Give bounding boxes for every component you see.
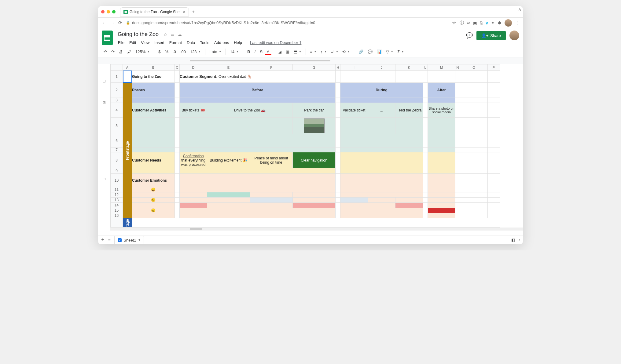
currency-button[interactable]: $ (156, 48, 162, 55)
cell-act-dots[interactable]: ... (368, 103, 395, 118)
fill-color-button[interactable]: ◢ (277, 48, 283, 55)
emotion-bar-red[interactable] (428, 208, 455, 213)
cell-need-excite[interactable]: Building excitement 🎉 (207, 152, 250, 168)
strike-button[interactable]: S (258, 48, 264, 55)
back-button[interactable]: ← (102, 20, 106, 25)
rotate-button[interactable]: ⟲ (340, 48, 351, 55)
cell-needs-label[interactable]: Customer Needs (132, 152, 175, 168)
star-bookmark-icon[interactable]: ☆ (452, 20, 456, 26)
row-header[interactable]: 3 (111, 97, 123, 103)
link-button[interactable]: 🔗 (357, 48, 365, 55)
star-icon[interactable]: ☆ (164, 32, 167, 37)
row-header[interactable]: 5 (111, 118, 123, 134)
dec-decimal-button[interactable]: .0 (171, 48, 178, 55)
print-button[interactable]: 🖨 (117, 48, 125, 55)
chart-button[interactable]: 📊 (375, 48, 384, 55)
col-header[interactable]: F (250, 64, 293, 71)
minimize-window-button[interactable] (107, 10, 110, 13)
cell-segment[interactable]: Customer Segment: Over excited dad 🦌 (180, 71, 336, 83)
cell-phase-after[interactable]: After (428, 83, 455, 97)
emotion-bar-ltblue-2[interactable] (340, 198, 368, 203)
cell-phase-during[interactable]: During (340, 83, 423, 97)
spreadsheet-grid[interactable]: A B C D E F G H I J K L M N O P 1 (110, 64, 500, 228)
menu-dots-icon[interactable]: ⋮ (515, 20, 519, 25)
text-color-button[interactable]: A (265, 48, 271, 55)
all-sheets-button[interactable]: ≡ (108, 238, 111, 242)
col-header[interactable]: B (132, 64, 175, 71)
move-icon[interactable]: ▭ (171, 32, 175, 37)
menu-tools[interactable]: Tools (198, 39, 211, 46)
expand-footer-icon[interactable]: ‹ (519, 238, 520, 242)
emotion-bar-pink-1[interactable] (180, 203, 207, 208)
toolbar-collapse-icon[interactable]: ᐱ (519, 8, 521, 12)
menu-view[interactable]: View (139, 39, 152, 46)
save-ext-icon[interactable]: ⎘ (480, 20, 483, 25)
row-header[interactable]: 11 (111, 187, 123, 192)
percent-button[interactable]: % (163, 48, 170, 55)
cell-act-buy[interactable]: Buy tickets 🎟️ (180, 103, 207, 118)
col-header[interactable]: D (180, 64, 207, 71)
emotion-bar-pink-2[interactable] (293, 203, 336, 208)
row-header[interactable]: 14 (111, 203, 123, 208)
cell-act-park[interactable]: Park the car (293, 103, 336, 118)
select-all-corner[interactable] (111, 64, 123, 71)
cell-emoji-neutral[interactable]: 😐 (132, 198, 175, 203)
menu-edit[interactable]: Edit (127, 39, 138, 46)
browser-tab[interactable]: ▦ Going to the Zoo - Google She × (120, 7, 189, 16)
row-header[interactable]: 15 (111, 208, 123, 213)
col-header[interactable]: E (207, 64, 250, 71)
merge-button[interactable]: ⬒ (292, 48, 303, 55)
col-header[interactable]: P (488, 64, 500, 71)
col-header[interactable]: H (336, 64, 340, 71)
vimeo-ext-icon[interactable]: v (486, 20, 488, 25)
inc-decimal-button[interactable]: .00 (178, 48, 188, 55)
explore-button[interactable]: ◧ (511, 238, 515, 242)
url-field[interactable]: 🔒 docs.google.com/spreadsheets/d/1hs2cyP… (126, 20, 448, 25)
col-header[interactable]: O (460, 64, 488, 71)
wrap-button[interactable]: ↲ (329, 48, 340, 55)
menu-insert[interactable]: Insert (152, 39, 167, 46)
menu-format[interactable]: Format (167, 39, 184, 46)
group-toggle-2[interactable]: − (103, 101, 105, 104)
link-ext-icon[interactable]: ∞ (467, 20, 470, 25)
comments-icon[interactable]: 💬 (466, 32, 473, 39)
menu-file[interactable]: File (116, 39, 127, 46)
frontstage-label[interactable]: Frontstage (123, 83, 132, 218)
puzzle-ext-icon[interactable]: ✦ (491, 20, 495, 25)
maximize-window-button[interactable] (112, 10, 116, 13)
cell-act-validate[interactable]: Validate ticket (340, 103, 368, 118)
backstage-label[interactable]: tage (123, 218, 132, 228)
col-header[interactable]: N (455, 64, 460, 71)
comment-button[interactable]: 💬 (366, 48, 374, 55)
sheet-tab[interactable]: 2 Sheet1 ▼ (114, 236, 144, 244)
sheets-logo-icon[interactable] (102, 31, 113, 45)
cell-act-share[interactable]: Share a photo on social media (428, 103, 455, 118)
emotion-bar-ltblue[interactable] (250, 198, 293, 203)
row-header[interactable]: 10 (111, 174, 123, 187)
col-header[interactable]: I (340, 64, 368, 71)
number-format-button[interactable]: 123 (188, 48, 203, 55)
cell-phases-label[interactable]: Phases (132, 83, 175, 97)
emotion-bar-pink-3[interactable] (395, 203, 423, 208)
cell-parking-image[interactable] (293, 118, 336, 134)
undo-button[interactable]: ↶ (102, 48, 109, 55)
zoom-select[interactable]: 125% (134, 48, 151, 55)
cell-emoji-happy[interactable]: 😄 (132, 187, 175, 192)
redo-button[interactable]: ↷ (109, 48, 116, 55)
emotion-bar-teal[interactable] (207, 192, 250, 198)
bold-button[interactable]: B (245, 48, 252, 55)
cell-A1-selected[interactable] (123, 71, 132, 83)
functions-button[interactable]: Σ (395, 48, 406, 55)
valign-button[interactable]: ↕ (319, 48, 328, 55)
row-header[interactable]: 9 (111, 168, 123, 174)
last-edit-link[interactable]: Last edit was on December 1 (248, 39, 303, 46)
group-toggle-3[interactable]: − (103, 178, 105, 180)
col-header[interactable]: L (423, 64, 428, 71)
cell-title[interactable]: Going to the Zoo (132, 71, 175, 83)
col-header[interactable]: J (368, 64, 395, 71)
row-header[interactable]: 4 (111, 103, 123, 118)
horizontal-scrollbar[interactable] (110, 228, 523, 231)
document-title[interactable]: Going to the Zoo (116, 31, 160, 38)
borders-button[interactable]: ▦ (284, 48, 291, 55)
row-header[interactable]: 2 (111, 83, 123, 97)
